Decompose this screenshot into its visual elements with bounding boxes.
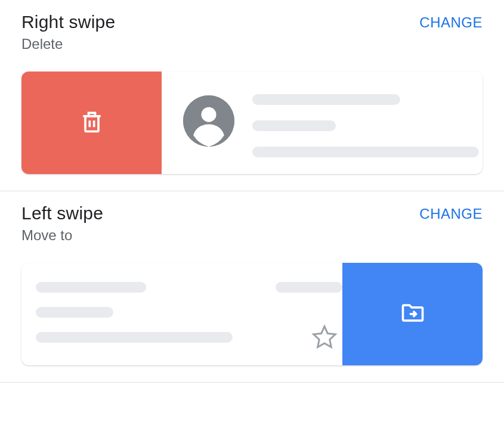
- folder-move-icon: [400, 300, 426, 328]
- section-subtitle: Delete: [21, 36, 115, 52]
- right-swipe-section: Right swipe Delete CHANGE: [0, 0, 504, 191]
- message-preview: [162, 72, 483, 174]
- svg-marker-4: [314, 327, 336, 347]
- section-header: Right swipe Delete CHANGE: [21, 12, 483, 52]
- left-swipe-section: Left swipe Move to CHANGE: [0, 191, 504, 382]
- section-title: Left swipe: [21, 203, 103, 224]
- left-swipe-preview: [21, 263, 483, 365]
- placeholder-lines: [36, 280, 265, 353]
- message-preview: [21, 263, 342, 365]
- placeholder-line: [36, 307, 113, 318]
- section-title: Right swipe: [21, 12, 115, 32]
- section-subtitle: Move to: [21, 227, 103, 244]
- change-button[interactable]: CHANGE: [419, 14, 483, 31]
- star-icon: [311, 324, 338, 350]
- message-meta: [265, 280, 342, 353]
- swipe-action-panel: [342, 263, 483, 365]
- header-text: Left swipe Move to: [21, 203, 103, 244]
- header-text: Right swipe Delete: [21, 12, 115, 52]
- svg-point-3: [201, 107, 216, 122]
- change-button[interactable]: CHANGE: [419, 206, 483, 222]
- placeholder-line: [276, 282, 342, 293]
- placeholder-line: [252, 147, 479, 157]
- placeholder-line: [36, 332, 233, 343]
- placeholder-line: [36, 282, 146, 293]
- placeholder-line: [252, 94, 400, 105]
- swipe-action-panel: [21, 72, 162, 174]
- section-header: Left swipe Move to CHANGE: [21, 203, 483, 244]
- section-divider: [0, 382, 504, 383]
- avatar: [183, 95, 234, 147]
- trash-icon: [79, 108, 105, 137]
- placeholder-line: [252, 120, 336, 131]
- right-swipe-preview: [21, 72, 483, 174]
- placeholder-lines: [252, 88, 479, 162]
